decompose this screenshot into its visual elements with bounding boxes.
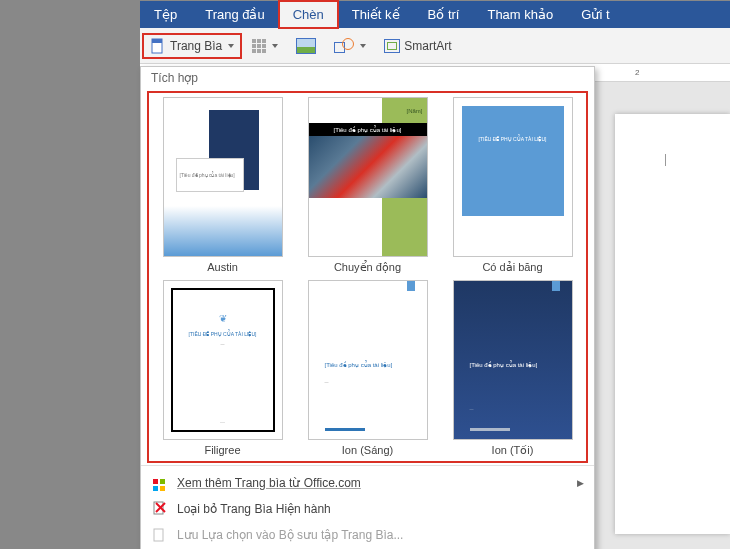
chevron-down-icon bbox=[228, 44, 234, 48]
gallery-grid: [Tiêu đề phụ của tài liệu] Austin [Năm] … bbox=[149, 93, 586, 461]
picture-button[interactable] bbox=[290, 35, 322, 57]
thumbnail-ion-dark: [Tiêu đề phụ của tài liệu] — bbox=[453, 280, 573, 440]
page[interactable] bbox=[615, 114, 730, 534]
smartart-button[interactable]: SmartArt bbox=[378, 36, 457, 56]
svg-rect-1 bbox=[152, 39, 162, 43]
tab-insert[interactable]: Chèn bbox=[279, 1, 338, 28]
cursor-marker bbox=[665, 154, 667, 166]
cover-page-gallery-popup: Tích hợp [Tiêu đề phụ của tài liệu] Aust… bbox=[140, 66, 595, 549]
menu-label: Loại bỏ Trang Bìa Hiện hành bbox=[177, 502, 331, 516]
shapes-icon bbox=[334, 38, 354, 54]
menu-label: Lưu Lựa chọn vào Bộ sưu tập Trang Bìa... bbox=[177, 528, 403, 542]
table-icon bbox=[252, 39, 266, 53]
tab-layout[interactable]: Bố trí bbox=[414, 1, 474, 28]
thumb-year: [Năm] bbox=[406, 108, 422, 114]
cover-page-label: Trang Bìa bbox=[170, 39, 222, 53]
svg-rect-9 bbox=[154, 529, 163, 541]
smartart-label: SmartArt bbox=[404, 39, 451, 53]
tab-design[interactable]: Thiết kế bbox=[338, 1, 414, 28]
office-icon bbox=[151, 475, 167, 491]
gallery-item-banded[interactable]: [TIÊU ĐỀ PHỤ CỦA TÀI LIỆU] Có dải băng bbox=[443, 97, 582, 274]
ornament-icon: ❦ bbox=[219, 313, 227, 324]
gallery-label: Filigree bbox=[204, 444, 240, 456]
cover-page-button[interactable]: Trang Bìa bbox=[144, 35, 240, 57]
tab-home[interactable]: Trang đầu bbox=[191, 1, 279, 28]
svg-rect-2 bbox=[153, 479, 158, 484]
thumb-subtitle: [Tiêu đề phụ của tài liệu] bbox=[309, 123, 427, 136]
gallery-menu: Xem thêm Trang bìa từ Office.com ▶ Loại … bbox=[141, 465, 594, 549]
tab-references[interactable]: Tham khảo bbox=[473, 1, 567, 28]
ribbon-content: Trang Bìa SmartArt bbox=[140, 28, 730, 64]
save-page-icon bbox=[151, 527, 167, 543]
gallery-label: Chuyển động bbox=[334, 261, 401, 274]
svg-rect-3 bbox=[160, 479, 165, 484]
gallery-label: Austin bbox=[207, 261, 238, 273]
page-icon bbox=[150, 38, 166, 54]
ruler: 2 bbox=[595, 64, 730, 82]
svg-rect-5 bbox=[160, 486, 165, 491]
thumb-subtitle: [Tiêu đề phụ của tài liệu] bbox=[325, 361, 393, 368]
gallery-item-filigree[interactable]: ❦ [TIÊU ĐỀ PHỤ CỦA TÀI LIỆU] — ····· Fil… bbox=[153, 280, 292, 457]
ribbon-tabs: Tệp Trang đầu Chèn Thiết kế Bố trí Tham … bbox=[140, 1, 730, 28]
word-window: Tệp Trang đầu Chèn Thiết kế Bố trí Tham … bbox=[140, 1, 730, 549]
thumbnail-motion: [Năm] [Tiêu đề phụ của tài liệu] bbox=[308, 97, 428, 257]
gallery-item-motion[interactable]: [Năm] [Tiêu đề phụ của tài liệu] Chuyển … bbox=[298, 97, 437, 274]
chevron-down-icon bbox=[360, 44, 366, 48]
svg-rect-4 bbox=[153, 486, 158, 491]
tab-file[interactable]: Tệp bbox=[140, 1, 191, 28]
gallery-section-header: Tích hợp bbox=[141, 67, 594, 93]
menu-save-selection: Lưu Lựa chọn vào Bộ sưu tập Trang Bìa... bbox=[141, 522, 594, 548]
thumb-subtitle: [TIÊU ĐỀ PHỤ CỦA TÀI LIỆU] bbox=[479, 136, 547, 142]
gallery-label: Ion (Sáng) bbox=[342, 444, 393, 456]
thumbnail-banded: [TIÊU ĐỀ PHỤ CỦA TÀI LIỆU] bbox=[453, 97, 573, 257]
chevron-right-icon: ▶ bbox=[577, 478, 584, 488]
shapes-button[interactable] bbox=[328, 35, 372, 57]
gallery-item-ion-light[interactable]: [Tiêu đề phụ của tài liệu] — Ion (Sáng) bbox=[298, 280, 437, 457]
gallery-item-austin[interactable]: [Tiêu đề phụ của tài liệu] Austin bbox=[153, 97, 292, 274]
remove-page-icon bbox=[151, 501, 167, 517]
gallery-item-ion-dark[interactable]: [Tiêu đề phụ của tài liệu] — Ion (Tối) bbox=[443, 280, 582, 457]
menu-more-from-office[interactable]: Xem thêm Trang bìa từ Office.com ▶ bbox=[141, 470, 594, 496]
thumbnail-filigree: ❦ [TIÊU ĐỀ PHỤ CỦA TÀI LIỆU] — ····· bbox=[163, 280, 283, 440]
smartart-icon bbox=[384, 39, 400, 53]
menu-label: Xem thêm Trang bìa từ Office.com bbox=[177, 476, 361, 490]
gallery-label: Ion (Tối) bbox=[492, 444, 534, 457]
thumbnail-ion-light: [Tiêu đề phụ của tài liệu] — bbox=[308, 280, 428, 440]
document-area: 2 bbox=[595, 64, 730, 549]
ruler-mark: 2 bbox=[635, 68, 639, 77]
menu-remove-cover[interactable]: Loại bỏ Trang Bìa Hiện hành bbox=[141, 496, 594, 522]
thumbnail-austin: [Tiêu đề phụ của tài liệu] bbox=[163, 97, 283, 257]
thumb-subtitle: [TIÊU ĐỀ PHỤ CỦA TÀI LIỆU] bbox=[164, 331, 282, 337]
thumb-subtitle: [Tiêu đề phụ của tài liệu] bbox=[470, 361, 538, 368]
chevron-down-icon bbox=[272, 44, 278, 48]
table-button[interactable] bbox=[246, 36, 284, 56]
thumb-subtitle: [Tiêu đề phụ của tài liệu] bbox=[180, 172, 240, 178]
tab-mail[interactable]: Gửi t bbox=[567, 1, 623, 28]
gallery-label: Có dải băng bbox=[482, 261, 542, 274]
picture-icon bbox=[296, 38, 316, 54]
